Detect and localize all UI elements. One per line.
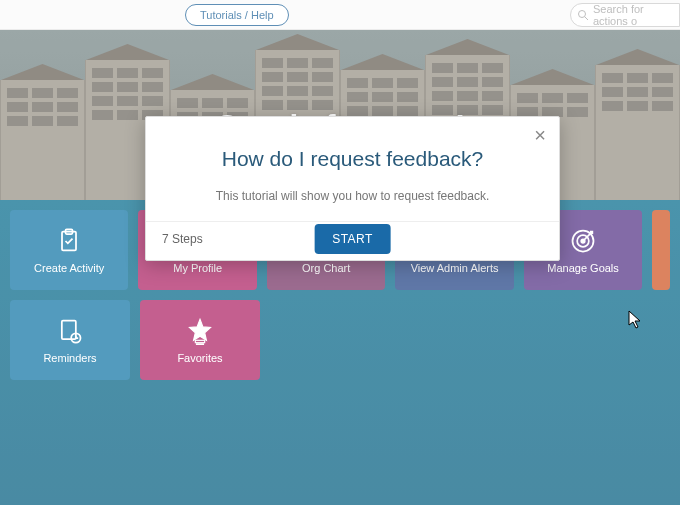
- step-count: 7 Steps: [162, 232, 203, 246]
- tutorial-modal: × How do I request feedback? This tutori…: [145, 116, 560, 261]
- modal-description: This tutorial will show you how to reque…: [170, 189, 535, 203]
- start-button[interactable]: START: [314, 224, 391, 254]
- modal-title: How do I request feedback?: [170, 147, 535, 171]
- close-icon[interactable]: ×: [529, 125, 551, 147]
